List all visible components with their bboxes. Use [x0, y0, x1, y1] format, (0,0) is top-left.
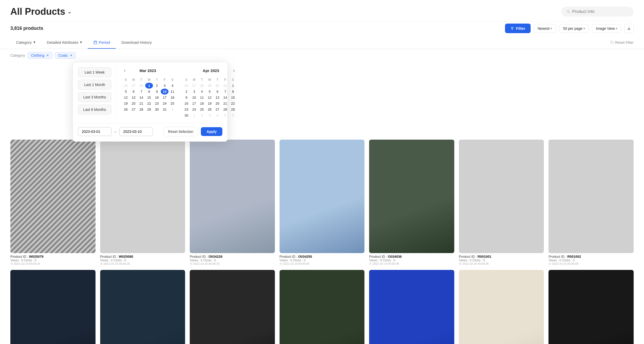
product-card[interactable]: Product ID : O034228 Views : 0 Clicks : …	[190, 140, 275, 265]
title-chevron-icon[interactable]: ⌄	[67, 9, 72, 15]
right-day-5[interactable]: 5	[206, 89, 214, 95]
right-day-23[interactable]: 23	[182, 106, 190, 112]
filter-tag-clothing-remove[interactable]: ✕	[46, 54, 49, 57]
product-card[interactable]: Product ID : R001002 Views : 0 Clicks : …	[548, 140, 634, 265]
right-day-24[interactable]: 24	[190, 106, 198, 112]
left-day-10[interactable]: 10	[161, 89, 169, 95]
right-day-21[interactable]: 21	[221, 101, 229, 106]
right-day-29[interactable]: 29	[229, 106, 237, 112]
left-day-29[interactable]: 29	[145, 106, 153, 112]
preset-last-6-months[interactable]: Last 6 Months	[78, 105, 111, 114]
per-page-select[interactable]: 50 per page ▾	[559, 24, 589, 33]
product-card[interactable]: Product ID : R002003 Views : 0 Clicks : …	[190, 270, 275, 344]
tab-download-history[interactable]: Download History	[116, 37, 158, 49]
right-day-28[interactable]: 28	[221, 106, 229, 112]
left-prev-button[interactable]: ‹	[122, 67, 128, 74]
right-day-26[interactable]: 26	[206, 106, 214, 112]
sort-select[interactable]: Newest ▾	[534, 24, 556, 33]
right-day-16[interactable]: 16	[182, 101, 190, 106]
right-day-13[interactable]: 13	[214, 95, 221, 101]
right-day-18[interactable]: 18	[198, 101, 206, 106]
product-card[interactable]: Product ID : R002002 Views : 0 Clicks : …	[100, 270, 185, 344]
left-day-13[interactable]: 13	[130, 95, 137, 101]
left-day-15[interactable]: 15	[145, 95, 153, 101]
product-card[interactable]: Product ID : R002004 Views : 0 Clicks : …	[280, 270, 365, 344]
tab-detailed-attributes[interactable]: Detailed Attributes ▾	[41, 36, 88, 49]
right-day-1[interactable]: 1	[229, 83, 237, 89]
right-day-14[interactable]: 14	[221, 95, 229, 101]
left-day-21[interactable]: 21	[137, 101, 145, 106]
left-day-27[interactable]: 27	[130, 106, 137, 112]
filter-button[interactable]: Filter	[505, 24, 531, 33]
left-day-28[interactable]: 28	[137, 106, 145, 112]
left-day-26[interactable]: 26	[122, 106, 130, 112]
left-day-17[interactable]: 17	[161, 95, 169, 101]
product-card[interactable]: Product ID : O034036 Views : 0 Clicks : …	[369, 140, 454, 265]
search-box[interactable]	[561, 7, 634, 17]
product-card[interactable]: Product ID : R002001 Views : 0 Clicks : …	[10, 270, 96, 344]
preset-last-1-week[interactable]: Last 1 Week	[78, 67, 111, 77]
search-input[interactable]	[572, 9, 629, 14]
preset-last-3-months[interactable]: Last 3 Months	[78, 92, 111, 102]
product-card[interactable]: Product ID : R002006 Views : 0 Clicks : …	[459, 270, 544, 344]
tab-category[interactable]: Category ▾	[10, 36, 41, 49]
product-card[interactable]: Product ID : R002005 Views : 0 Clicks : …	[369, 270, 454, 344]
right-day-30[interactable]: 30	[182, 112, 190, 118]
left-day-8[interactable]: 8	[145, 89, 153, 95]
right-day-2[interactable]: 2	[182, 89, 190, 95]
right-day-12[interactable]: 12	[206, 95, 214, 101]
left-day-23[interactable]: 23	[153, 101, 161, 106]
right-day-6[interactable]: 6	[214, 89, 221, 95]
left-day-1[interactable]: 1	[145, 83, 153, 89]
left-day-5[interactable]: 5	[122, 89, 130, 95]
left-day-25[interactable]: 25	[169, 101, 176, 106]
filter-tag-coats-remove[interactable]: ✕	[70, 54, 72, 57]
right-day-7[interactable]: 7	[221, 89, 229, 95]
left-day-18[interactable]: 18	[169, 95, 176, 101]
view-select[interactable]: Image View ▾	[592, 24, 621, 33]
product-card[interactable]: Product ID : R001001 Views : 0 Clicks : …	[459, 140, 544, 265]
left-day-9[interactable]: 9	[153, 89, 161, 95]
right-day-25[interactable]: 25	[198, 106, 206, 112]
right-day-9[interactable]: 9	[182, 95, 190, 101]
product-card[interactable]: Product ID : R002007 Views : 0 Clicks : …	[548, 270, 634, 344]
left-day-30[interactable]: 30	[153, 106, 161, 112]
end-date-input[interactable]	[119, 127, 153, 136]
right-day-15[interactable]: 15	[229, 95, 237, 101]
right-day-3[interactable]: 3	[190, 89, 198, 95]
right-day-11[interactable]: 11	[198, 95, 206, 101]
right-day-20[interactable]: 20	[214, 101, 221, 106]
start-date-input[interactable]	[78, 127, 112, 136]
reset-selection-button[interactable]: Reset Selection	[163, 127, 198, 136]
left-day-4[interactable]: 4	[169, 83, 176, 89]
left-day-2[interactable]: 2	[153, 83, 161, 89]
left-day-6[interactable]: 6	[130, 89, 137, 95]
left-day-22[interactable]: 22	[145, 101, 153, 106]
filter-tag-clothing[interactable]: Clothing ✕	[28, 52, 52, 59]
left-day-31[interactable]: 31	[161, 106, 169, 112]
preset-last-1-month[interactable]: Last 1 Month	[78, 80, 111, 90]
reset-filter-button[interactable]: Reset Filter	[610, 40, 634, 45]
right-day-22[interactable]: 22	[229, 101, 237, 106]
right-day-10[interactable]: 10	[190, 95, 198, 101]
product-card[interactable]: Product ID : W025079 Views : 0 Clicks : …	[10, 140, 96, 265]
left-day-14[interactable]: 14	[137, 95, 145, 101]
download-button[interactable]	[624, 24, 634, 33]
right-day-8[interactable]: 8	[229, 89, 237, 95]
left-day-24[interactable]: 24	[161, 101, 169, 106]
left-day-19[interactable]: 19	[122, 101, 130, 106]
left-day-7[interactable]: 7	[137, 89, 145, 95]
right-day-17[interactable]: 17	[190, 101, 198, 106]
apply-button[interactable]: Apply	[201, 127, 222, 136]
right-day-27[interactable]: 27	[214, 106, 221, 112]
right-next-button[interactable]: ›	[231, 67, 237, 74]
tab-period[interactable]: Period	[88, 37, 116, 49]
left-day-11[interactable]: 11	[169, 89, 176, 95]
product-card[interactable]: Product ID : W025080 Views : 0 Clicks : …	[100, 140, 185, 265]
left-day-3[interactable]: 3	[161, 83, 169, 89]
filter-tag-coats[interactable]: Coats ✕	[55, 52, 76, 59]
product-card[interactable]: Product ID : O034255 Views : 0 Clicks : …	[280, 140, 365, 265]
right-day-4[interactable]: 4	[198, 89, 206, 95]
left-day-16[interactable]: 16	[153, 95, 161, 101]
left-day-20[interactable]: 20	[130, 101, 137, 106]
